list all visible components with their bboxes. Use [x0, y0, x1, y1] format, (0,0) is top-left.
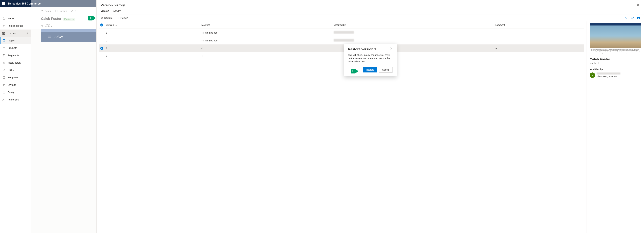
trash-icon	[41, 10, 44, 12]
col-version[interactable]: Version	[105, 21, 200, 29]
vh-preview-button[interactable]: Preview	[116, 16, 128, 19]
target-value: Default	[45, 25, 52, 28]
modal-title: Restore version 1	[348, 47, 390, 51]
cell-modified-by	[332, 36, 494, 44]
nav-live-label: Live site	[8, 32, 24, 34]
modal-close-icon[interactable]	[390, 47, 393, 50]
nav-home[interactable]: Home	[0, 15, 31, 22]
modal-cancel-button[interactable]: Cancel	[379, 67, 393, 72]
detail-name: Caleb Foster	[590, 57, 641, 61]
layouts-icon	[2, 83, 6, 86]
nav-audiences-label: Audiences	[8, 98, 28, 101]
detail-modified-by-label: Modified by	[590, 68, 641, 71]
nav-fragments[interactable]: Fragments	[0, 52, 31, 59]
vh-detail-pane: The life of Caleb Foster is one amazing …	[586, 21, 644, 233]
delete-label: Delete	[45, 10, 52, 12]
app-launcher-icon[interactable]	[2, 2, 6, 5]
table-row[interactable]: 2 44 minutes ago	[99, 36, 584, 44]
info-icon[interactable]	[637, 16, 640, 19]
svg-point-15	[3, 99, 4, 100]
tutorial-step2-label: 2	[352, 70, 354, 72]
nav-templates-label: Templates	[8, 76, 28, 79]
file-icon	[116, 16, 119, 19]
filter-icon[interactable]	[625, 16, 628, 19]
col-modified[interactable]: Modified	[200, 21, 332, 29]
table-row[interactable]: 1 4 m	[99, 44, 584, 52]
nav-audiences[interactable]: Audiences	[0, 96, 31, 103]
cell-modified: 44 minutes ago	[200, 36, 332, 44]
version-history-panel: Version history Version Activity Restore…	[96, 0, 644, 233]
nav-urls[interactable]: URLs	[0, 66, 31, 74]
modal-body: This will check in any changes you have …	[348, 53, 393, 63]
svg-point-10	[4, 55, 4, 56]
close-icon[interactable]	[636, 4, 640, 7]
detail-avatar: N	[590, 72, 595, 78]
table-row[interactable]: 0 4	[99, 52, 584, 59]
fragments-icon	[2, 54, 6, 57]
app-title: Dynamics 365 Commerce	[8, 2, 41, 5]
tab-activity[interactable]: Activity	[113, 9, 120, 14]
main-region: Outline Delete Preview S Caleb	[31, 7, 644, 233]
vh-title: Version history	[100, 3, 636, 7]
left-nav: Home Publish groups ((•)) Live site Page…	[0, 7, 31, 233]
svg-rect-7	[3, 47, 5, 49]
svg-point-22	[638, 17, 638, 17]
nav-products-label: Products	[8, 47, 28, 49]
nav-media-label: Media library	[8, 61, 28, 64]
nav-layouts[interactable]: Layouts	[0, 81, 31, 89]
detail-timestamp: 6/15/2022, 2:07 PM	[597, 75, 620, 78]
media-icon	[2, 61, 6, 64]
share-icon	[71, 10, 74, 12]
svg-rect-12	[3, 76, 5, 79]
vh-table: Version Modified Modified by Comment	[96, 21, 586, 233]
broadcast-icon: ((•))	[2, 32, 6, 35]
restore-modal: Restore version 1 This will check in any…	[344, 44, 397, 76]
nav-toggle[interactable]	[0, 7, 31, 15]
nav-design[interactable]: Design	[0, 89, 31, 96]
share-button[interactable]: S	[71, 10, 76, 12]
preview-button[interactable]: Preview	[55, 10, 67, 12]
main-layout: Home Publish groups ((•)) Live site Page…	[0, 7, 644, 233]
svg-rect-13	[3, 84, 5, 86]
vh-preview-label: Preview	[120, 16, 128, 19]
vh-tabs: Version Activity	[96, 7, 644, 14]
target-picker[interactable]: Target Default	[45, 23, 52, 28]
nav-pages[interactable]: Pages	[0, 37, 31, 44]
detail-person: N 6/15/2022, 2:07 PM	[590, 72, 641, 78]
svg-rect-21	[638, 18, 638, 19]
preview-label: Preview	[59, 10, 67, 12]
col-comment[interactable]: Comment	[493, 21, 584, 29]
cell-version: 0	[105, 52, 200, 59]
svg-rect-3	[3, 25, 4, 26]
design-icon	[2, 91, 6, 94]
row-checkbox[interactable]	[100, 47, 103, 50]
nav-live-site[interactable]: ((•)) Live site	[0, 29, 31, 37]
audiences-icon	[2, 98, 6, 101]
select-all-checkbox[interactable]	[100, 23, 103, 26]
link-icon	[2, 69, 6, 72]
svg-rect-4	[4, 25, 5, 26]
tutorial-step-1: 1	[88, 16, 93, 20]
cell-modified: 4	[200, 52, 332, 59]
delete-button[interactable]: Delete	[41, 10, 52, 12]
modal-restore-button[interactable]: Restore	[363, 67, 377, 72]
sort-icon[interactable]	[630, 16, 634, 19]
pages-icon	[2, 39, 6, 42]
svg-point-18	[42, 25, 43, 26]
table-header-row: Version Modified Modified by Comment	[99, 21, 584, 29]
nav-media-library[interactable]: Media library	[0, 59, 31, 66]
restore-button[interactable]: Restore	[100, 16, 112, 19]
version-thumbnail: The life of Caleb Foster is one amazing …	[590, 23, 641, 55]
tab-version[interactable]: Version	[100, 9, 109, 14]
nav-publish-groups[interactable]: Publish groups	[0, 22, 31, 29]
col-modified-by[interactable]: Modified by	[332, 21, 494, 29]
nav-templates[interactable]: Templates	[0, 74, 31, 81]
nav-home-label: Home	[8, 17, 28, 20]
templates-icon	[2, 76, 6, 79]
publish-icon	[2, 24, 6, 27]
vh-header: Version history	[96, 0, 644, 7]
cell-comment: m	[493, 44, 584, 52]
table-row[interactable]: 3 44 minutes ago	[99, 29, 584, 37]
nav-products[interactable]: Products	[0, 44, 31, 52]
nav-pages-label: Pages	[8, 39, 28, 42]
